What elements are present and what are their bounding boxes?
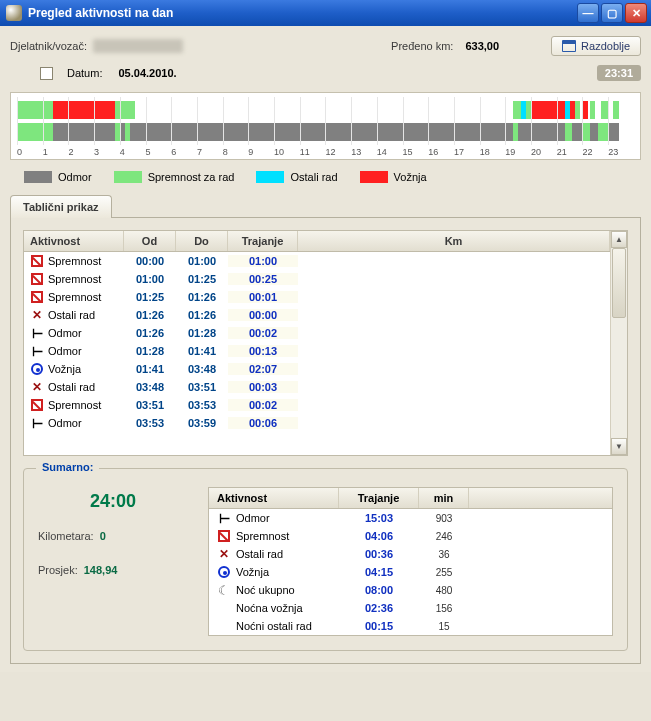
minimize-button[interactable]: — [577, 3, 599, 23]
period-button[interactable]: Razdoblje [551, 36, 641, 56]
bed-icon: ⊢ [30, 326, 44, 340]
summary-row: Spremnost04:06246 [209, 527, 612, 545]
to-cell: 01:25 [176, 273, 228, 285]
to-cell: 03:48 [176, 363, 228, 375]
from-cell: 01:26 [124, 327, 176, 339]
to-cell: 01:00 [176, 255, 228, 267]
sum-duration-cell: 15:03 [339, 512, 419, 524]
sum-col-duration[interactable]: Trajanje [339, 488, 419, 508]
summary-row: ✕Ostali rad00:3636 [209, 545, 612, 563]
grid-scrollbar[interactable]: ▲ ▼ [610, 231, 627, 455]
duration-cell: 00:03 [228, 381, 298, 393]
tools-icon: ✕ [30, 308, 44, 322]
tools-icon: ✕ [30, 380, 44, 394]
sum-activity-cell: Spremnost [236, 530, 289, 542]
from-cell: 01:00 [124, 273, 176, 285]
wheel-icon [217, 565, 231, 579]
sum-min-cell: 246 [419, 531, 469, 542]
scroll-up-button[interactable]: ▲ [611, 231, 627, 248]
table-row[interactable]: ⊢Odmor03:5303:5900:06 [24, 414, 610, 432]
col-activity[interactable]: Aktivnost [24, 231, 124, 251]
table-row[interactable]: Spremnost01:2501:2600:01 [24, 288, 610, 306]
table-row[interactable]: ✕Ostali rad03:4803:5100:03 [24, 378, 610, 396]
table-row[interactable]: Vožnja01:4103:4802:07 [24, 360, 610, 378]
table-row[interactable]: Spremnost01:0001:2500:25 [24, 270, 610, 288]
bed-icon: ⊢ [30, 416, 44, 430]
activity-cell: Odmor [48, 327, 82, 339]
sum-activity-cell: Noć ukupno [236, 584, 295, 596]
tick-label: 13 [351, 147, 377, 157]
timeline-segment [565, 123, 573, 141]
ready-icon [30, 254, 44, 268]
tick-label: 12 [325, 147, 351, 157]
close-button[interactable]: ✕ [625, 3, 647, 23]
tick-label: 8 [223, 147, 249, 157]
table-row[interactable]: Spremnost03:5103:5300:02 [24, 396, 610, 414]
activity-cell: Vožnja [48, 363, 81, 375]
legend-rest: Odmor [58, 171, 92, 183]
timeline-segment [54, 123, 114, 141]
sum-activity-cell: Vožnja [236, 566, 269, 578]
tick-label: 22 [582, 147, 608, 157]
duration-cell: 01:00 [228, 255, 298, 267]
ready-icon [30, 290, 44, 304]
summary-avg-label: Prosjek: [38, 564, 78, 576]
legend-drive: Vožnja [394, 171, 427, 183]
maximize-button[interactable]: ▢ [601, 3, 623, 23]
timeline-segment [513, 101, 521, 119]
tab-table-view[interactable]: Tablični prikaz [10, 195, 112, 218]
summary-km-value: 0 [100, 530, 106, 542]
sum-col-activity[interactable]: Aktivnost [209, 488, 339, 508]
from-cell: 01:41 [124, 363, 176, 375]
duration-cell: 00:02 [228, 399, 298, 411]
col-to[interactable]: Do [176, 231, 228, 251]
from-cell: 01:25 [124, 291, 176, 303]
tick-label: 3 [94, 147, 120, 157]
table-row[interactable]: Spremnost00:0001:0001:00 [24, 252, 610, 270]
timeline-segment [598, 123, 608, 141]
from-cell: 03:51 [124, 399, 176, 411]
sum-activity-cell: Ostali rad [236, 548, 283, 560]
scroll-thumb[interactable] [612, 248, 626, 318]
summary-grid: Aktivnost Trajanje min ⊢Odmor15:03903Spr… [208, 487, 613, 636]
duration-cell: 00:13 [228, 345, 298, 357]
tick-label: 14 [377, 147, 403, 157]
worker-name [93, 39, 183, 53]
sum-col-min[interactable]: min [419, 488, 469, 508]
ready-icon [30, 398, 44, 412]
timeline-segment [128, 101, 136, 119]
table-row[interactable]: ⊢Odmor01:2601:2800:02 [24, 324, 610, 342]
col-duration[interactable]: Trajanje [228, 231, 298, 251]
summary-avg-value: 148,94 [84, 564, 118, 576]
sum-activity-cell: Noćni ostali rad [236, 620, 312, 632]
bed-icon: ⊢ [30, 344, 44, 358]
window-titlebar: Pregled aktivnosti na dan — ▢ ✕ [0, 0, 651, 26]
sum-min-cell: 903 [419, 513, 469, 524]
sum-duration-cell: 00:15 [339, 620, 419, 632]
window-title: Pregled aktivnosti na dan [28, 6, 173, 20]
tick-label: 21 [557, 147, 583, 157]
timeline-segment [590, 123, 598, 141]
from-cell: 03:53 [124, 417, 176, 429]
legend-ready: Spremnost za rad [148, 171, 235, 183]
date-checkbox[interactable] [40, 67, 53, 80]
timeline-segment [572, 123, 582, 141]
tick-label: 7 [197, 147, 223, 157]
scroll-down-button[interactable]: ▼ [611, 438, 627, 455]
col-from[interactable]: Od [124, 231, 176, 251]
activity-cell: Odmor [48, 345, 82, 357]
col-km[interactable]: Km [298, 231, 610, 251]
summary-title: Sumarno: [36, 461, 99, 473]
tick-label: 2 [68, 147, 94, 157]
tick-label: 20 [531, 147, 557, 157]
clock-badge: 23:31 [597, 65, 641, 81]
app-icon [6, 5, 22, 21]
timeline-segment [613, 101, 618, 119]
calendar-icon [562, 40, 576, 52]
tick-label: 23 [608, 147, 634, 157]
table-row[interactable]: ⊢Odmor01:2801:4100:13 [24, 342, 610, 360]
date-label: Datum: [67, 67, 102, 79]
tick-label: 19 [505, 147, 531, 157]
table-row[interactable]: ✕Ostali rad01:2601:2600:00 [24, 306, 610, 324]
distance-value: 633,00 [465, 40, 499, 52]
